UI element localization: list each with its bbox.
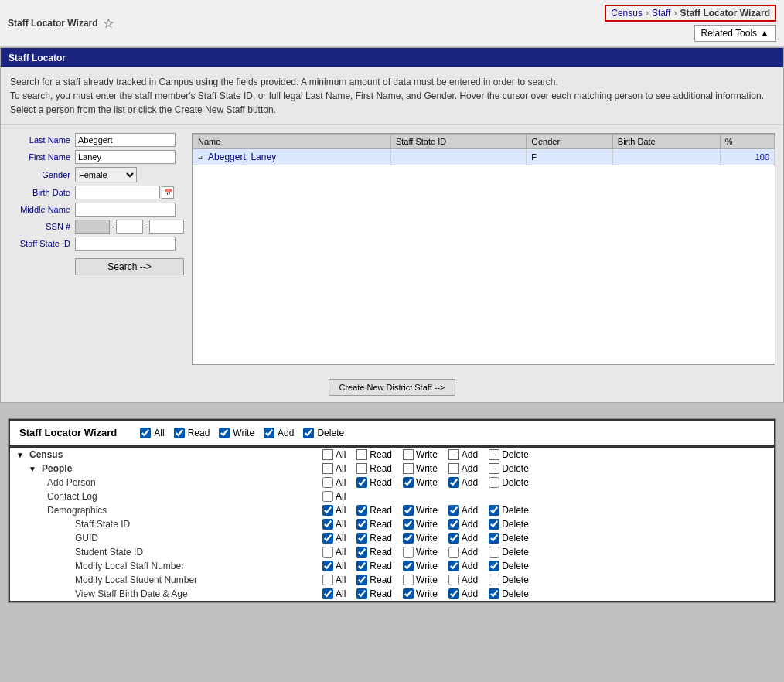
ssid-write-checkbox[interactable] bbox=[403, 547, 414, 558]
tree-row-student-state-id: Student State ID All Read bbox=[10, 545, 774, 559]
add-person-read-checkbox[interactable] bbox=[356, 477, 367, 488]
ssi-add-checkbox[interactable] bbox=[448, 519, 459, 530]
ssi-read-checkbox[interactable] bbox=[356, 519, 367, 530]
demographics-write-checkbox[interactable] bbox=[403, 505, 414, 516]
mlsn-all-checkbox[interactable] bbox=[322, 561, 333, 571]
guid-read-checkbox[interactable] bbox=[356, 533, 367, 544]
perm-add-label: Add bbox=[278, 428, 294, 438]
ssi-delete-checkbox[interactable] bbox=[489, 519, 499, 530]
related-tools-button[interactable]: Related Tools ▲ bbox=[694, 25, 776, 42]
ssid-all-checkbox[interactable] bbox=[322, 547, 333, 558]
census-delete-minus[interactable]: − bbox=[489, 449, 499, 460]
add-person-add-checkbox[interactable] bbox=[448, 477, 459, 488]
perm-write-checkbox[interactable] bbox=[219, 428, 230, 438]
perm-add-checkbox[interactable] bbox=[264, 428, 274, 438]
people-add-label: Add bbox=[462, 463, 478, 474]
guid-all-checkbox[interactable] bbox=[322, 533, 333, 544]
demographics-write-label: Write bbox=[416, 505, 438, 516]
calendar-icon[interactable]: 📅 bbox=[162, 186, 174, 199]
mlsn-perms: All Read Write bbox=[319, 559, 774, 573]
perm-all-checkbox[interactable] bbox=[140, 428, 151, 438]
student-state-id-perm-row: All Read Write bbox=[322, 547, 771, 558]
mlsn-write-checkbox[interactable] bbox=[403, 561, 414, 571]
mlstun-read-checkbox[interactable] bbox=[356, 575, 367, 585]
perm-delete-checkbox[interactable] bbox=[303, 428, 314, 438]
census-all-minus[interactable]: − bbox=[322, 449, 333, 460]
vsbd-all-checkbox[interactable] bbox=[322, 588, 333, 599]
mlstun-all-checkbox[interactable] bbox=[322, 575, 333, 585]
mlstun-add-label: Add bbox=[462, 575, 478, 585]
first-name-input[interactable] bbox=[75, 150, 176, 164]
birth-date-input[interactable] bbox=[75, 186, 160, 199]
demographics-add-checkbox[interactable] bbox=[448, 505, 459, 516]
permissions-title: Staff Locator Wizard bbox=[19, 427, 117, 438]
related-tools-label: Related Tools bbox=[701, 28, 758, 39]
census-toggle[interactable]: ▼ bbox=[16, 451, 24, 459]
table-row[interactable]: ↵ Abeggert, Laney F 100 bbox=[193, 149, 775, 165]
vsbd-read-checkbox[interactable] bbox=[356, 588, 367, 599]
ssi-all-checkbox[interactable] bbox=[322, 519, 333, 530]
last-name-input[interactable] bbox=[75, 133, 176, 147]
guid-delete-checkbox[interactable] bbox=[489, 533, 499, 544]
ssn-part2-input[interactable] bbox=[116, 220, 143, 234]
people-read-minus[interactable]: − bbox=[356, 463, 367, 474]
ssn-part1-input[interactable] bbox=[75, 220, 110, 234]
breadcrumb-census[interactable]: Census bbox=[611, 8, 643, 19]
favorite-icon[interactable]: ☆ bbox=[103, 16, 114, 31]
staff-state-id-input[interactable] bbox=[75, 237, 176, 251]
vsbd-add-checkbox[interactable] bbox=[448, 588, 459, 599]
vsbd-write-checkbox[interactable] bbox=[403, 588, 414, 599]
guid-write-checkbox[interactable] bbox=[403, 533, 414, 544]
people-delete-minus[interactable]: − bbox=[489, 463, 499, 474]
people-add: − Add bbox=[448, 463, 478, 474]
tree-section: ▼ Census − All − Read bbox=[9, 446, 775, 602]
staff-state-id-row: Staff State ID bbox=[9, 237, 184, 251]
demographics-all-checkbox[interactable] bbox=[322, 505, 333, 516]
ssn-label: SSN # bbox=[9, 222, 70, 231]
people-all-minus[interactable]: − bbox=[322, 463, 333, 474]
mlstun-delete: Delete bbox=[489, 575, 529, 585]
mlsn-add-checkbox[interactable] bbox=[448, 561, 459, 571]
demographics-read: Read bbox=[356, 505, 392, 516]
ssid-add-checkbox[interactable] bbox=[448, 547, 459, 558]
create-new-staff-button[interactable]: Create New District Staff --> bbox=[329, 379, 455, 396]
chevron-up-icon: ▲ bbox=[760, 28, 769, 39]
middle-name-input[interactable] bbox=[75, 203, 176, 217]
ssi-write-checkbox[interactable] bbox=[403, 519, 414, 530]
breadcrumb-staff[interactable]: Staff bbox=[652, 8, 670, 19]
tree-row-add-person: Add Person All Read bbox=[10, 476, 774, 489]
contact-log-all-checkbox[interactable] bbox=[322, 491, 333, 502]
contact-log-all-label: All bbox=[336, 491, 346, 502]
vsbd-delete-checkbox[interactable] bbox=[489, 588, 499, 599]
demographics-delete-checkbox[interactable] bbox=[489, 505, 499, 516]
mlsn-read-checkbox[interactable] bbox=[356, 561, 367, 571]
mlstun-delete-checkbox[interactable] bbox=[489, 575, 499, 585]
vsbd-write-label: Write bbox=[416, 588, 438, 599]
people-toggle[interactable]: ▼ bbox=[29, 465, 36, 473]
result-name[interactable]: Abeggert, Laney bbox=[208, 152, 276, 162]
add-person-delete-checkbox[interactable] bbox=[489, 477, 499, 488]
demographics-read-checkbox[interactable] bbox=[356, 505, 367, 516]
census-read-minus[interactable]: − bbox=[356, 449, 367, 460]
mlsn-all: All bbox=[322, 561, 346, 571]
mlsn-all-label: All bbox=[336, 561, 346, 571]
ssid-read-checkbox[interactable] bbox=[356, 547, 367, 558]
census-write-minus[interactable]: − bbox=[403, 449, 414, 460]
people-write-minus[interactable]: − bbox=[403, 463, 414, 474]
ssn-group: - - bbox=[75, 220, 184, 234]
mlstun-add-checkbox[interactable] bbox=[448, 575, 459, 585]
mlstun-all-label: All bbox=[336, 575, 346, 585]
gender-select[interactable]: Female Male Unknown bbox=[75, 167, 137, 182]
census-add-minus[interactable]: − bbox=[448, 449, 459, 460]
ssn-part3-input[interactable] bbox=[149, 220, 184, 234]
ssid-delete-checkbox[interactable] bbox=[489, 547, 499, 558]
mlstun-write-checkbox[interactable] bbox=[403, 575, 414, 585]
search-button[interactable]: Search --> bbox=[75, 258, 184, 275]
mlsn-delete-checkbox[interactable] bbox=[489, 561, 499, 571]
add-person-all-checkbox[interactable] bbox=[322, 477, 333, 488]
perm-read-checkbox[interactable] bbox=[174, 428, 185, 438]
people-add-minus[interactable]: − bbox=[448, 463, 459, 474]
add-person-write-checkbox[interactable] bbox=[403, 477, 414, 488]
breadcrumb-sep1: › bbox=[646, 8, 649, 19]
guid-add-checkbox[interactable] bbox=[448, 533, 459, 544]
